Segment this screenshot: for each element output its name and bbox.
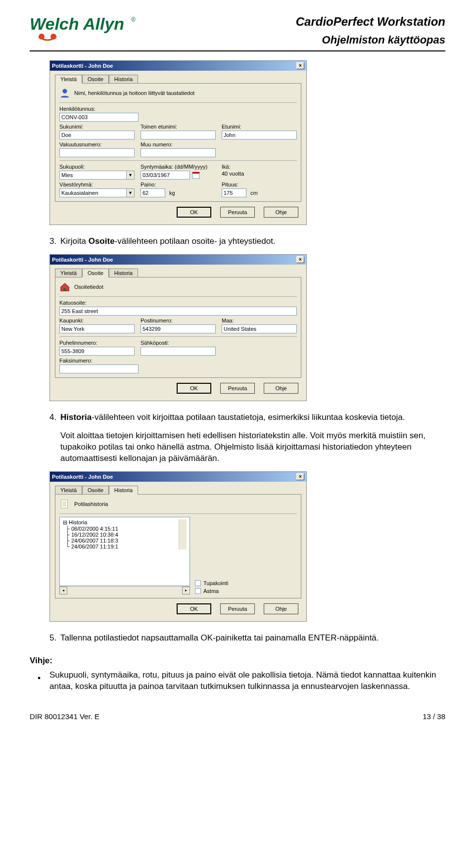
label-kaupunki: Kaupunki: xyxy=(59,318,135,323)
dialog-titlebar: Potilaskortti - John Doe × xyxy=(50,61,306,71)
tab-history[interactable]: Historia xyxy=(109,75,138,84)
person-icon xyxy=(59,88,70,98)
input-puh[interactable] xyxy=(59,347,135,356)
label-vakuutus: Vakuutusnumero: xyxy=(59,141,135,147)
input-kaupunki[interactable] xyxy=(59,324,135,333)
dialog-titlebar: Potilaskortti - John Doe × xyxy=(50,472,306,482)
select-sukupuoli[interactable] xyxy=(59,171,127,180)
tree-item[interactable]: 24/06/2007 11:18:3 xyxy=(71,538,118,544)
unit-cm: cm xyxy=(250,190,258,196)
step-3: 3.Kirjoita Osoite-välilehteen potilaan o… xyxy=(49,236,445,247)
bullet-icon: ▪ xyxy=(38,673,41,684)
tree-item[interactable]: 08/02/2000 4:15:11 xyxy=(71,526,118,532)
dialog-title: Potilaskortti - John Doe xyxy=(52,257,113,263)
checkbox-astma[interactable]: Astma xyxy=(195,588,297,594)
label-email: Sähköposti: xyxy=(141,340,216,346)
patient-card-dialog-history: Potilaskortti - John Doe × Yleistä Osoit… xyxy=(49,471,307,622)
tree-item[interactable]: 16/12/2002 10:38:4 xyxy=(71,532,118,538)
help-button[interactable]: Ohje xyxy=(264,383,298,394)
label-katu: Katuosoite: xyxy=(59,300,297,306)
scroll-left-icon[interactable]: ◂ xyxy=(59,587,67,594)
label-pituus: Pituus: xyxy=(222,182,297,187)
checkbox-tupakointi[interactable]: Tupakointi xyxy=(195,580,297,586)
input-posti[interactable] xyxy=(141,324,216,333)
input-vakuutus[interactable] xyxy=(59,148,135,157)
doc-title-1: CardioPerfect Workstation xyxy=(178,15,445,29)
chevron-down-icon[interactable]: ▼ xyxy=(127,171,135,180)
tab-address[interactable]: Osoite xyxy=(82,486,109,495)
svg-text:Allyn: Allyn xyxy=(83,15,124,33)
close-icon[interactable]: × xyxy=(296,473,304,480)
help-button[interactable]: Ohje xyxy=(264,207,298,218)
patient-card-dialog-general: Potilaskortti - John Doe × Yleistä Osoit… xyxy=(49,60,307,225)
page-footer: DIR 80012341 Ver. E 13 / 38 xyxy=(30,712,445,721)
input-synt[interactable] xyxy=(141,171,190,180)
close-icon[interactable]: × xyxy=(296,256,304,263)
tab-general[interactable]: Yleistä xyxy=(55,269,82,277)
footer-left: DIR 80012341 Ver. E xyxy=(30,712,99,721)
step-5: 5.Tallenna potilastiedot napsauttamalla … xyxy=(49,633,445,644)
tree-item[interactable]: 24/06/2007 11:19:1 xyxy=(71,544,118,549)
input-toinen[interactable] xyxy=(141,131,216,139)
cancel-button[interactable]: Peruuta xyxy=(220,207,255,218)
input-email[interactable] xyxy=(141,347,216,356)
history-tree[interactable]: ⊟ Historia ├ 08/02/2000 4:15:11 ├ 16/12/… xyxy=(59,517,190,586)
input-etunimi[interactable] xyxy=(222,131,297,139)
label-toinen: Toinen etunimi: xyxy=(141,124,216,130)
help-button[interactable]: Ohje xyxy=(264,603,298,614)
calendar-icon[interactable] xyxy=(192,171,200,179)
patient-card-dialog-address: Potilaskortti - John Doe × Yleistä Osoit… xyxy=(49,254,307,401)
tab-general[interactable]: Yleistä xyxy=(55,486,82,495)
dialog-title: Potilaskortti - John Doe xyxy=(52,474,113,480)
label-paino: Paino: xyxy=(141,182,216,187)
label-posti: Postinumero: xyxy=(141,318,216,323)
input-paino[interactable] xyxy=(141,188,165,197)
input-pituus[interactable] xyxy=(222,188,246,197)
tab-history[interactable]: Historia xyxy=(109,486,138,495)
input-hetu[interactable] xyxy=(59,113,139,122)
tab-general[interactable]: Yleistä xyxy=(55,75,82,84)
tab-address[interactable]: Osoite xyxy=(82,269,109,277)
svg-point-5 xyxy=(62,89,67,93)
cancel-button[interactable]: Peruuta xyxy=(220,383,255,394)
label-maa: Maa: xyxy=(222,318,297,323)
step-4: 4.Historia-välilehteen voit kirjoittaa p… xyxy=(49,412,445,423)
tab-history[interactable]: Historia xyxy=(109,269,138,277)
input-maa[interactable] xyxy=(222,324,297,333)
page-header: Welch Allyn ® CardioPerfect Workstation … xyxy=(30,15,445,51)
label-sukupuoli: Sukupuoli: xyxy=(59,164,135,170)
label-muu: Muu numero: xyxy=(141,141,216,147)
svg-rect-7 xyxy=(192,172,199,174)
svg-rect-8 xyxy=(63,288,66,291)
welchallyn-logo: Welch Allyn ® xyxy=(30,15,178,45)
label-puh: Puhelinnumero: xyxy=(59,340,135,346)
value-ika: 40 vuotta xyxy=(222,171,244,177)
scrollbar-horizontal[interactable]: ◂▸ xyxy=(59,586,190,594)
tree-root[interactable]: Historia xyxy=(69,519,87,525)
ok-button[interactable]: OK xyxy=(177,383,211,394)
select-vaesto[interactable] xyxy=(59,188,127,197)
unit-kg: kg xyxy=(169,190,175,196)
close-icon[interactable]: × xyxy=(296,62,304,69)
cancel-button[interactable]: Peruuta xyxy=(220,603,255,614)
label-fax: Faksinumero: xyxy=(59,358,297,364)
footer-right: 13 / 38 xyxy=(423,712,445,721)
chevron-down-icon[interactable]: ▼ xyxy=(127,188,135,197)
input-katu[interactable] xyxy=(59,307,297,316)
panel-caption: Osoitetiedot xyxy=(74,284,103,290)
scroll-right-icon[interactable]: ▸ xyxy=(182,587,190,594)
svg-text:Welch: Welch xyxy=(30,15,79,33)
tip-body: ▪ Sukupuoli, syntymäaika, rotu, pituus j… xyxy=(49,670,445,692)
label-sukunimi: Sukunimi: xyxy=(59,124,135,130)
tab-address[interactable]: Osoite xyxy=(82,75,109,84)
ok-button[interactable]: OK xyxy=(177,603,211,614)
input-sukunimi[interactable] xyxy=(59,131,135,139)
scrollbar-vertical[interactable] xyxy=(179,519,187,549)
house-icon xyxy=(59,281,70,292)
ok-button[interactable]: OK xyxy=(177,207,211,218)
input-muu[interactable] xyxy=(141,148,216,157)
step-4-paragraph: Voit aloittaa tietojen kirjoittamisen he… xyxy=(60,430,445,464)
input-fax[interactable] xyxy=(59,365,139,373)
label-etunimi: Etunimi: xyxy=(222,124,297,130)
doc-title-2: Ohjelmiston käyttöopas xyxy=(178,34,445,46)
